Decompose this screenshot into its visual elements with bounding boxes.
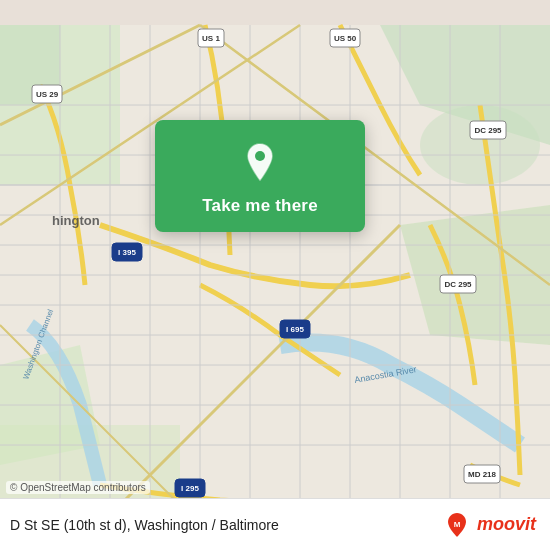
svg-text:US 50: US 50 xyxy=(334,34,357,43)
svg-point-55 xyxy=(255,151,265,161)
svg-text:US 29: US 29 xyxy=(36,90,59,99)
moovit-logo: M moovit xyxy=(443,511,536,539)
take-me-there-label: Take me there xyxy=(202,196,318,216)
moovit-icon: M xyxy=(443,511,471,539)
moovit-name: moovit xyxy=(477,514,536,535)
take-me-there-card[interactable]: Take me there xyxy=(155,120,365,232)
svg-text:US 1: US 1 xyxy=(202,34,220,43)
map-background: US 1 US 50 US 29 I 395 I 695 DC 295 DC 2… xyxy=(0,0,550,550)
svg-text:DC 295: DC 295 xyxy=(474,126,502,135)
location-pin-icon xyxy=(238,140,282,184)
map-container: US 1 US 50 US 29 I 395 I 695 DC 295 DC 2… xyxy=(0,0,550,550)
svg-text:MD 218: MD 218 xyxy=(468,470,497,479)
address-text: D St SE (10th st d), Washington / Baltim… xyxy=(10,517,279,533)
svg-text:I 295: I 295 xyxy=(181,484,199,493)
bottom-bar: D St SE (10th st d), Washington / Baltim… xyxy=(0,498,550,550)
svg-text:I 395: I 395 xyxy=(118,248,136,257)
svg-text:hington: hington xyxy=(52,213,100,228)
location-icon-wrap xyxy=(236,138,284,186)
svg-text:M: M xyxy=(454,520,461,529)
svg-text:DC 295: DC 295 xyxy=(444,280,472,289)
osm-attribution: © OpenStreetMap contributors xyxy=(6,481,150,494)
svg-text:I 695: I 695 xyxy=(286,325,304,334)
